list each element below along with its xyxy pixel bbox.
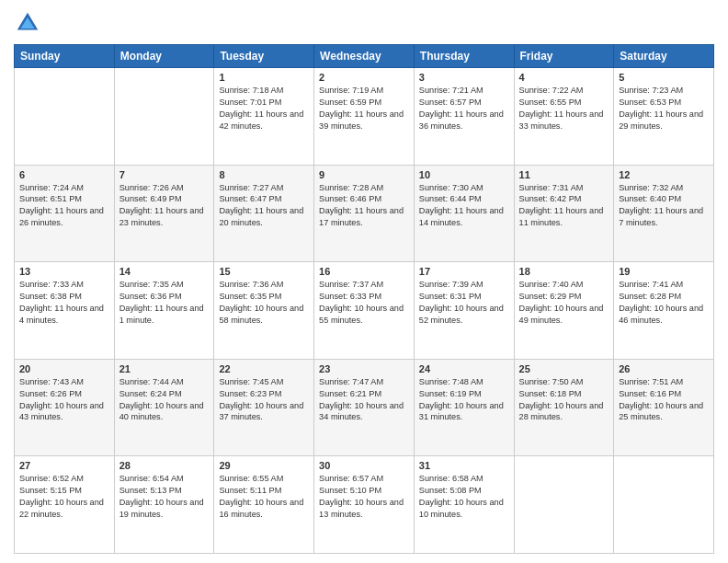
day-number: 20 <box>19 363 109 374</box>
day-info: Sunrise: 6:55 AM Sunset: 5:11 PM Dayligh… <box>219 473 309 521</box>
calendar-cell: 11Sunrise: 7:31 AM Sunset: 6:42 PM Dayli… <box>514 165 614 262</box>
day-info: Sunrise: 7:40 AM Sunset: 6:29 PM Dayligh… <box>519 279 609 327</box>
calendar-day-header: Wednesday <box>314 45 415 68</box>
day-info: Sunrise: 7:43 AM Sunset: 6:26 PM Dayligh… <box>19 376 109 424</box>
day-info: Sunrise: 6:57 AM Sunset: 5:10 PM Dayligh… <box>319 473 409 521</box>
day-info: Sunrise: 7:36 AM Sunset: 6:35 PM Dayligh… <box>219 279 309 327</box>
calendar-day-header: Friday <box>514 45 614 68</box>
day-info: Sunrise: 7:30 AM Sunset: 6:44 PM Dayligh… <box>419 182 509 230</box>
calendar-cell: 10Sunrise: 7:30 AM Sunset: 6:44 PM Dayli… <box>414 165 514 262</box>
calendar-cell: 12Sunrise: 7:32 AM Sunset: 6:40 PM Dayli… <box>614 165 714 262</box>
calendar-cell: 24Sunrise: 7:48 AM Sunset: 6:19 PM Dayli… <box>414 359 514 456</box>
day-number: 29 <box>219 460 309 471</box>
day-info: Sunrise: 7:26 AM Sunset: 6:49 PM Dayligh… <box>119 182 210 230</box>
day-info: Sunrise: 7:22 AM Sunset: 6:55 PM Dayligh… <box>519 85 609 132</box>
calendar-day-header: Sunday <box>15 45 115 68</box>
day-number: 21 <box>119 363 210 374</box>
day-number: 28 <box>119 460 210 471</box>
calendar-cell: 27Sunrise: 6:52 AM Sunset: 5:15 PM Dayli… <box>15 456 115 554</box>
day-info: Sunrise: 7:35 AM Sunset: 6:36 PM Dayligh… <box>119 279 210 327</box>
day-info: Sunrise: 7:18 AM Sunset: 7:01 PM Dayligh… <box>219 85 309 132</box>
calendar-cell: 4Sunrise: 7:22 AM Sunset: 6:55 PM Daylig… <box>514 68 614 166</box>
calendar-week-row: 20Sunrise: 7:43 AM Sunset: 6:26 PM Dayli… <box>15 359 714 456</box>
calendar-table: SundayMondayTuesdayWednesdayThursdayFrid… <box>14 44 714 554</box>
day-info: Sunrise: 7:33 AM Sunset: 6:38 PM Dayligh… <box>19 279 109 327</box>
calendar-cell: 15Sunrise: 7:36 AM Sunset: 6:35 PM Dayli… <box>214 262 314 360</box>
day-number: 4 <box>519 72 609 83</box>
day-number: 24 <box>419 363 509 374</box>
day-number: 18 <box>519 266 609 277</box>
calendar-week-row: 13Sunrise: 7:33 AM Sunset: 6:38 PM Dayli… <box>15 262 714 360</box>
day-number: 13 <box>19 266 109 277</box>
day-number: 25 <box>519 363 609 374</box>
calendar-cell: 22Sunrise: 7:45 AM Sunset: 6:23 PM Dayli… <box>214 359 314 456</box>
day-number: 6 <box>19 169 109 180</box>
day-info: Sunrise: 7:39 AM Sunset: 6:31 PM Dayligh… <box>419 279 509 327</box>
day-number: 23 <box>319 363 409 374</box>
calendar-cell: 6Sunrise: 7:24 AM Sunset: 6:51 PM Daylig… <box>15 165 115 262</box>
day-number: 1 <box>219 72 309 83</box>
day-number: 30 <box>319 460 409 471</box>
calendar-header-row: SundayMondayTuesdayWednesdayThursdayFrid… <box>15 45 714 68</box>
calendar-cell: 31Sunrise: 6:58 AM Sunset: 5:08 PM Dayli… <box>414 456 514 554</box>
day-number: 22 <box>219 363 309 374</box>
day-number: 11 <box>519 169 609 180</box>
day-info: Sunrise: 7:24 AM Sunset: 6:51 PM Dayligh… <box>19 182 109 230</box>
day-number: 9 <box>319 169 409 180</box>
day-number: 7 <box>119 169 210 180</box>
calendar-day-header: Thursday <box>414 45 514 68</box>
day-number: 19 <box>619 266 709 277</box>
day-number: 3 <box>419 72 509 83</box>
day-info: Sunrise: 7:27 AM Sunset: 6:47 PM Dayligh… <box>219 182 309 230</box>
calendar-cell: 23Sunrise: 7:47 AM Sunset: 6:21 PM Dayli… <box>314 359 415 456</box>
calendar-cell: 26Sunrise: 7:51 AM Sunset: 6:16 PM Dayli… <box>614 359 714 456</box>
calendar-cell: 20Sunrise: 7:43 AM Sunset: 6:26 PM Dayli… <box>15 359 115 456</box>
day-info: Sunrise: 7:44 AM Sunset: 6:24 PM Dayligh… <box>119 376 210 424</box>
day-info: Sunrise: 7:32 AM Sunset: 6:40 PM Dayligh… <box>619 182 709 230</box>
calendar-day-header: Tuesday <box>214 45 314 68</box>
day-info: Sunrise: 7:21 AM Sunset: 6:57 PM Dayligh… <box>419 85 509 132</box>
day-info: Sunrise: 6:52 AM Sunset: 5:15 PM Dayligh… <box>19 473 109 521</box>
calendar-cell <box>114 68 214 166</box>
calendar-cell: 13Sunrise: 7:33 AM Sunset: 6:38 PM Dayli… <box>15 262 115 360</box>
day-info: Sunrise: 6:54 AM Sunset: 5:13 PM Dayligh… <box>119 473 210 521</box>
calendar-cell: 30Sunrise: 6:57 AM Sunset: 5:10 PM Dayli… <box>314 456 415 554</box>
calendar-cell: 16Sunrise: 7:37 AM Sunset: 6:33 PM Dayli… <box>314 262 415 360</box>
day-info: Sunrise: 7:37 AM Sunset: 6:33 PM Dayligh… <box>319 279 409 327</box>
day-info: Sunrise: 7:19 AM Sunset: 6:59 PM Dayligh… <box>319 85 409 132</box>
calendar-cell: 2Sunrise: 7:19 AM Sunset: 6:59 PM Daylig… <box>314 68 415 166</box>
day-number: 5 <box>619 72 709 83</box>
day-number: 27 <box>19 460 109 471</box>
calendar-cell: 17Sunrise: 7:39 AM Sunset: 6:31 PM Dayli… <box>414 262 514 360</box>
calendar-cell: 21Sunrise: 7:44 AM Sunset: 6:24 PM Dayli… <box>114 359 214 456</box>
calendar-cell: 25Sunrise: 7:50 AM Sunset: 6:18 PM Dayli… <box>514 359 614 456</box>
calendar-cell: 7Sunrise: 7:26 AM Sunset: 6:49 PM Daylig… <box>114 165 214 262</box>
calendar-day-header: Monday <box>114 45 214 68</box>
day-number: 10 <box>419 169 509 180</box>
day-number: 14 <box>119 266 210 277</box>
calendar-cell: 19Sunrise: 7:41 AM Sunset: 6:28 PM Dayli… <box>614 262 714 360</box>
calendar-cell: 28Sunrise: 6:54 AM Sunset: 5:13 PM Dayli… <box>114 456 214 554</box>
day-number: 12 <box>619 169 709 180</box>
logo-icon <box>14 9 41 37</box>
header <box>14 9 714 37</box>
calendar-cell: 14Sunrise: 7:35 AM Sunset: 6:36 PM Dayli… <box>114 262 214 360</box>
calendar-cell: 29Sunrise: 6:55 AM Sunset: 5:11 PM Dayli… <box>214 456 314 554</box>
calendar-cell: 8Sunrise: 7:27 AM Sunset: 6:47 PM Daylig… <box>214 165 314 262</box>
day-info: Sunrise: 7:47 AM Sunset: 6:21 PM Dayligh… <box>319 376 409 424</box>
day-info: Sunrise: 6:58 AM Sunset: 5:08 PM Dayligh… <box>419 473 509 521</box>
calendar-week-row: 27Sunrise: 6:52 AM Sunset: 5:15 PM Dayli… <box>15 456 714 554</box>
calendar-cell <box>15 68 115 166</box>
calendar-week-row: 1Sunrise: 7:18 AM Sunset: 7:01 PM Daylig… <box>15 68 714 166</box>
calendar-week-row: 6Sunrise: 7:24 AM Sunset: 6:51 PM Daylig… <box>15 165 714 262</box>
calendar-cell: 3Sunrise: 7:21 AM Sunset: 6:57 PM Daylig… <box>414 68 514 166</box>
day-info: Sunrise: 7:28 AM Sunset: 6:46 PM Dayligh… <box>319 182 409 230</box>
logo <box>14 9 45 37</box>
day-info: Sunrise: 7:45 AM Sunset: 6:23 PM Dayligh… <box>219 376 309 424</box>
day-info: Sunrise: 7:41 AM Sunset: 6:28 PM Dayligh… <box>619 279 709 327</box>
calendar-cell: 5Sunrise: 7:23 AM Sunset: 6:53 PM Daylig… <box>614 68 714 166</box>
day-number: 8 <box>219 169 309 180</box>
day-number: 26 <box>619 363 709 374</box>
day-info: Sunrise: 7:48 AM Sunset: 6:19 PM Dayligh… <box>419 376 509 424</box>
day-number: 16 <box>319 266 409 277</box>
